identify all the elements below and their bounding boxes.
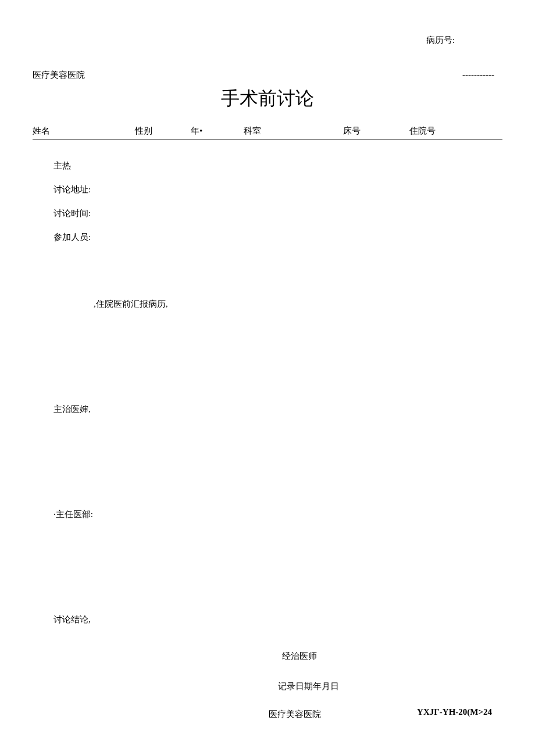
conclusion-section: 讨论结论,: [54, 614, 502, 626]
treating-physician-label: 经治医师: [282, 651, 317, 662]
attending-physician-section: 主治医婶,: [54, 403, 502, 415]
discussion-time-field: 讨论时间:: [54, 207, 502, 220]
column-age: 年•: [191, 126, 202, 137]
record-date-label: 记录日期年月日: [278, 681, 339, 692]
column-gender: 性别: [135, 126, 152, 137]
body-content-area: 主热 讨论地址: 讨论时间: 参加人员: ,住院医前汇报病历, 主治医婶, ·主…: [33, 142, 502, 626]
footer-document-code: YXJГ-YH-20(M>24: [417, 707, 492, 717]
participants-field: 参加人员:: [54, 231, 502, 243]
column-name: 姓名: [33, 126, 50, 137]
column-bed: 床号: [343, 126, 361, 137]
patient-info-header-row: 姓名 性别 年• 科室 床号 住院号: [33, 127, 502, 139]
footer-hospital-name: 医疗美容医院: [269, 709, 321, 720]
host-field: 主热: [54, 160, 502, 172]
document-title: 手术前讨论: [0, 86, 535, 112]
resident-report-section: ,住院医前汇报病历,: [94, 298, 502, 310]
record-number-label: 病历号:: [426, 35, 455, 46]
chief-physician-section: ·主任医部:: [54, 508, 502, 521]
column-admission-no: 住院号: [409, 126, 436, 137]
hospital-name-header: 医疗美容医院: [33, 70, 85, 81]
dashed-separator: -----------: [462, 70, 494, 80]
discussion-address-field: 讨论地址:: [54, 184, 502, 196]
column-department: 科室: [244, 126, 261, 137]
